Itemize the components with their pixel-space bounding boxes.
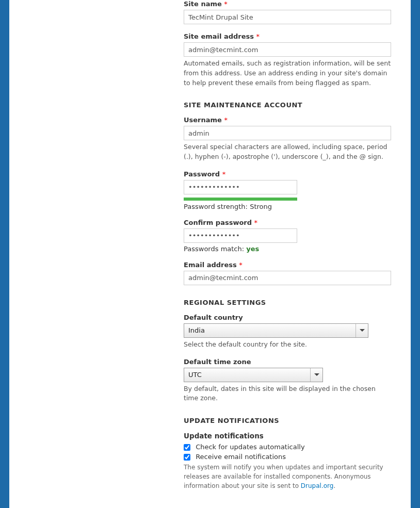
- password-field: Password * Password strength: Strong: [184, 170, 391, 210]
- default-timezone-field: Default time zone UTC By default, dates …: [184, 358, 391, 404]
- username-input[interactable]: [184, 126, 391, 140]
- check-updates-row[interactable]: Check for updates automatically: [184, 443, 305, 451]
- password-input[interactable]: [184, 180, 297, 194]
- check-updates-checkbox[interactable]: [184, 444, 190, 451]
- username-field: Username * Several special characters ar…: [184, 116, 391, 162]
- default-country-select[interactable]: India: [184, 323, 368, 338]
- updates-desc: The system will notify you when updates …: [184, 463, 391, 490]
- default-country-label: Default country: [184, 314, 391, 321]
- email-notifications-row[interactable]: Receive email notifications: [184, 453, 286, 461]
- admin-email-field: Email address *: [184, 261, 391, 285]
- default-timezone-desc: By default, dates in this site will be d…: [184, 384, 391, 404]
- password-strength-text: Password strength: Strong: [184, 203, 391, 210]
- required-marker: *: [222, 170, 226, 178]
- update-notifications-heading: Update notifications: [184, 432, 391, 440]
- default-country-field: Default country India Select the default…: [184, 314, 391, 350]
- drupal-org-link[interactable]: Drupal.org: [301, 482, 334, 489]
- regional-legend: REGIONAL SETTINGS: [184, 299, 391, 306]
- site-name-label: Site name *: [184, 0, 391, 8]
- default-timezone-select[interactable]: UTC: [184, 368, 323, 382]
- default-country-desc: Select the default country for the site.: [184, 340, 391, 350]
- updates-legend: UPDATE NOTIFICATIONS: [184, 417, 391, 424]
- site-email-desc: Automated emails, such as registration i…: [184, 59, 391, 88]
- maintenance-legend: SITE MAINTENANCE ACCOUNT: [184, 101, 391, 109]
- update-notifications-group: Update notifications Check for updates a…: [184, 432, 391, 490]
- required-marker: *: [224, 116, 228, 124]
- admin-email-label: Email address *: [184, 261, 391, 269]
- site-name-input[interactable]: [184, 10, 391, 24]
- confirm-password-field: Confirm password * Passwords match: yes: [184, 219, 391, 253]
- username-label: Username *: [184, 116, 391, 124]
- password-strength-bar: [184, 198, 297, 201]
- site-email-input[interactable]: [184, 42, 391, 57]
- password-label: Password *: [184, 170, 391, 178]
- email-notifications-checkbox[interactable]: [184, 454, 190, 461]
- required-marker: *: [254, 219, 258, 226]
- confirm-password-input[interactable]: [184, 228, 297, 243]
- required-marker: *: [224, 0, 228, 8]
- required-marker: *: [256, 32, 260, 40]
- password-match-text: Passwords match: yes: [184, 245, 391, 253]
- site-email-field: Site email address * Automated emails, s…: [184, 32, 391, 88]
- required-marker: *: [239, 261, 243, 269]
- confirm-password-label: Confirm password *: [184, 219, 391, 226]
- site-name-field: Site name *: [184, 0, 391, 24]
- admin-email-input[interactable]: [184, 271, 391, 285]
- default-timezone-label: Default time zone: [184, 358, 391, 366]
- site-email-label: Site email address *: [184, 32, 391, 40]
- username-desc: Several special characters are allowed, …: [184, 142, 391, 162]
